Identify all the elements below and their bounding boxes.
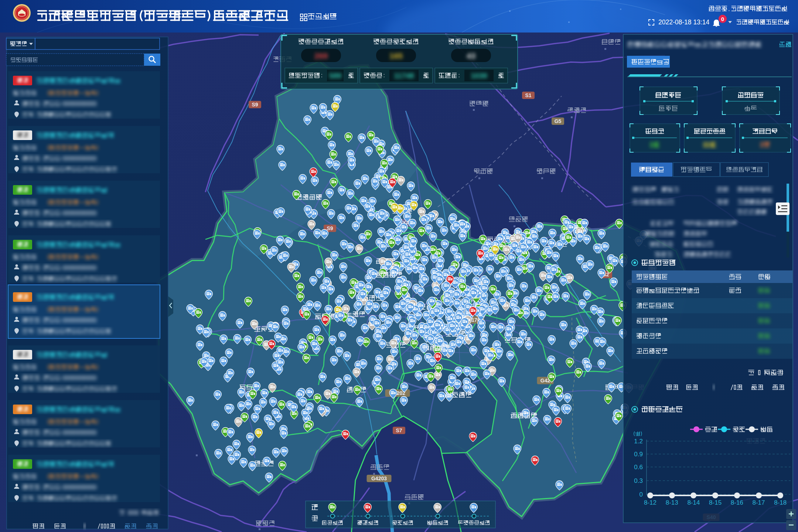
svg-text:2022-08-18 13:14: 2022-08-18 13:14 (658, 18, 709, 26)
svg-text:11748: 11748 (394, 72, 414, 80)
svg-text:8-13: 8-13 (666, 499, 678, 506)
svg-text:1.2: 1.2 (634, 438, 643, 445)
svg-text:S9: S9 (252, 102, 258, 108)
svg-text:S9: S9 (327, 225, 333, 231)
svg-text:43: 43 (467, 51, 475, 61)
svg-text:S7: S7 (396, 427, 402, 433)
svg-text:G4203: G4203 (371, 475, 387, 481)
svg-text:8-16: 8-16 (731, 499, 743, 506)
svg-text:0: 0 (721, 16, 724, 22)
svg-text:1039: 1039 (471, 72, 487, 80)
svg-text:8-15: 8-15 (709, 499, 722, 506)
svg-text:8-12: 8-12 (644, 499, 657, 506)
svg-text:S1: S1 (525, 92, 531, 98)
svg-text:0.3: 0.3 (634, 477, 643, 484)
svg-text:0.6: 0.6 (634, 464, 643, 471)
svg-text:589: 589 (329, 72, 341, 80)
svg-text:G5: G5 (555, 118, 562, 124)
svg-text:8-17: 8-17 (752, 499, 765, 506)
svg-text:8-14: 8-14 (687, 499, 700, 506)
svg-text:165: 165 (389, 51, 403, 61)
svg-text:8-18: 8-18 (774, 499, 787, 506)
svg-text:0.9: 0.9 (634, 451, 643, 458)
svg-text:269: 269 (314, 51, 328, 61)
svg-text:0: 0 (640, 491, 643, 498)
